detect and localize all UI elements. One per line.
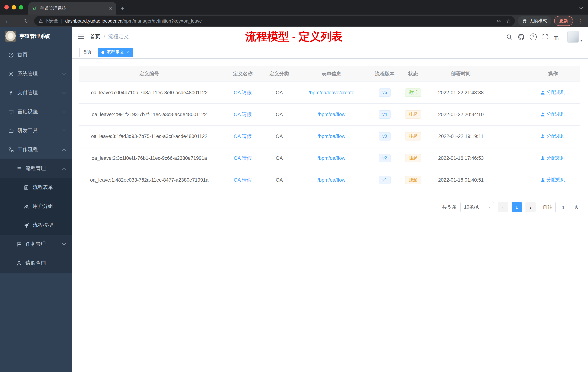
new-tab-button[interactable]: +: [116, 2, 129, 15]
reload-button[interactable]: ↻: [22, 16, 31, 26]
table-row: oa_leave:2:3c1f0ef1-76b1-11ec-9c66-a2380…: [79, 147, 580, 169]
goto-page: 前往 页: [543, 202, 579, 212]
sidebar-item-label: 基础设施: [17, 109, 38, 115]
next-page-button[interactable]: ›: [525, 202, 536, 212]
sidebar-collapse-icon[interactable]: [72, 34, 90, 40]
sidebar-header[interactable]: 芋道管理系统: [0, 27, 72, 45]
yen-icon: ¥: [8, 90, 14, 96]
status-badge: 挂起: [405, 110, 421, 119]
sidebar-item-user-group[interactable]: 用户分组: [0, 197, 72, 216]
table-row: oa_leave:5:004b710b-7b8a-11ec-8ef0-acde4…: [79, 82, 580, 104]
sidebar-item-payment[interactable]: ¥ 支付管理: [0, 83, 72, 102]
zoom-window-button[interactable]: [19, 5, 23, 10]
warning-icon: ⚠: [39, 18, 43, 24]
form-info-link[interactable]: /bpm/oa/flow: [317, 134, 345, 139]
main-area: 首页 / 流程定义 流程模型 - 定义列表 ?: [72, 27, 588, 372]
definition-name-link[interactable]: OA 请假: [234, 111, 252, 117]
tab-search-chevron-icon[interactable]: [579, 4, 588, 11]
list-icon: [16, 166, 22, 171]
incognito-label: 无痕模式: [529, 18, 547, 24]
forward-button[interactable]: →: [12, 16, 22, 26]
navbar-icons: ? TT: [504, 31, 588, 43]
update-button[interactable]: 更新: [554, 16, 573, 26]
font-size-icon[interactable]: TT: [552, 32, 562, 42]
browser-menu-icon[interactable]: ⋮: [575, 18, 585, 24]
breadcrumb-home[interactable]: 首页: [90, 33, 100, 40]
sidebar-item-process-management[interactable]: 流程管理: [0, 159, 72, 178]
url-text[interactable]: dashboard.yudao.iocoder.cn/bpm/manager/d…: [65, 18, 493, 23]
assign-rule-button[interactable]: 分配规则: [540, 89, 566, 96]
assign-rule-button[interactable]: 分配规则: [540, 133, 566, 140]
sidebar-item-leave-query[interactable]: 请假查询: [0, 254, 72, 273]
cell-category: OA: [266, 104, 292, 125]
form-info-link[interactable]: /bpm/oa/leave/create: [309, 90, 354, 95]
sidebar-item-label: 流程管理: [25, 165, 46, 172]
sidebar-item-system[interactable]: 系统管理: [0, 65, 72, 83]
key-icon[interactable]: [497, 18, 502, 24]
sidebar-item-home[interactable]: 首页: [0, 45, 72, 65]
sidebar-item-label: 研发工具: [17, 127, 38, 134]
dashboard-icon: [8, 52, 14, 58]
tag-close-icon[interactable]: ×: [126, 50, 129, 55]
column-header: 部署时间: [427, 66, 494, 82]
browser-tab[interactable]: 芋道管理系统 ×: [28, 2, 116, 15]
assign-rule-button[interactable]: 分配规则: [540, 155, 566, 161]
cell-category: OA: [266, 125, 292, 147]
help-icon[interactable]: ?: [528, 32, 538, 42]
github-icon[interactable]: [516, 32, 526, 42]
tag-home[interactable]: 首页: [79, 47, 95, 57]
form-info-link[interactable]: /bpm/oa/flow: [317, 155, 345, 161]
definition-name-link[interactable]: OA 请假: [234, 177, 252, 183]
page-size-select[interactable]: 10条/页 ▾: [460, 202, 494, 212]
search-icon[interactable]: [504, 32, 514, 42]
sidebar-item-process-model[interactable]: 流程模型: [0, 216, 72, 235]
chevron-down-icon: [62, 71, 66, 75]
browser-toolbar: ← → ↻ ⚠ 不安全 | dashboard.yudao.iocoder.cn…: [0, 15, 588, 27]
status-badge: 激活: [405, 88, 421, 97]
tags-view-bar: 首页 流程定义 ×: [72, 46, 588, 59]
status-badge: 挂起: [405, 176, 421, 184]
task-flag-icon: [16, 241, 22, 247]
table-header-row: 定义编号 定义名称 定义分类 表单信息 流程版本 状态 部署时间 操作: [79, 66, 580, 82]
tag-process-definition[interactable]: 流程定义 ×: [98, 47, 133, 57]
url-path: /bpm/manager/definition?key=oa_leave: [122, 18, 202, 23]
assign-rule-button[interactable]: 分配规则: [540, 111, 566, 118]
goto-page-input[interactable]: [555, 202, 571, 212]
sidebar-item-workflow[interactable]: 工作流程: [0, 140, 72, 159]
omnibox-icons: ☆: [497, 18, 511, 24]
tag-label: 首页: [83, 49, 92, 55]
cell-definition-id: oa_leave:1:482ec033-762a-11ec-8477-a2380…: [79, 169, 219, 191]
bookmark-star-icon[interactable]: ☆: [506, 18, 511, 24]
back-button[interactable]: ←: [3, 16, 12, 26]
user-avatar-menu[interactable]: [567, 31, 583, 43]
version-badge: v3: [379, 132, 390, 141]
definition-name-link[interactable]: OA 请假: [234, 155, 252, 161]
table-row: oa_leave:4:991f2193-7b7f-11ec-a3c8-acde4…: [79, 104, 580, 125]
page-annotation-title: 流程模型 - 定义列表: [245, 29, 342, 44]
assign-rule-button[interactable]: 分配规则: [540, 177, 566, 183]
sidebar-item-task-management[interactable]: 任务管理: [0, 235, 72, 254]
current-page-button[interactable]: 1: [512, 202, 522, 212]
fullscreen-icon[interactable]: [540, 32, 550, 42]
tag-label: 流程定义: [106, 49, 124, 55]
chevron-up-icon: [62, 149, 66, 153]
sidebar-item-devtools[interactable]: 研发工具: [0, 121, 72, 140]
minimize-window-button[interactable]: [12, 5, 16, 10]
goto-label: 前往: [543, 204, 552, 210]
form-info-link[interactable]: /bpm/oa/flow: [317, 112, 345, 117]
screen: 芋道管理系统 × + ← → ↻ ⚠ 不安全 | dashboard.yudao…: [0, 0, 588, 372]
definition-name-link[interactable]: OA 请假: [234, 133, 252, 139]
prev-page-button[interactable]: ‹: [498, 202, 508, 212]
definition-name-link[interactable]: OA 请假: [234, 90, 252, 95]
cell-deploy-time: 2022-01-22 20:34:10: [427, 104, 494, 125]
status-badge: 挂起: [405, 154, 421, 162]
close-window-button[interactable]: [4, 5, 9, 10]
person-icon: [16, 260, 22, 266]
address-bar[interactable]: ⚠ 不安全 | dashboard.yudao.iocoder.cn/bpm/m…: [34, 16, 515, 26]
sidebar-item-infrastructure[interactable]: 基础设施: [0, 102, 72, 121]
security-label[interactable]: 不安全: [44, 18, 58, 24]
url-host: dashboard.yudao.iocoder.cn: [65, 18, 122, 23]
form-info-link[interactable]: /bpm/oa/flow: [317, 177, 345, 183]
sidebar-item-process-form[interactable]: 流程表单: [0, 178, 72, 197]
tab-close-icon[interactable]: ×: [108, 5, 113, 11]
